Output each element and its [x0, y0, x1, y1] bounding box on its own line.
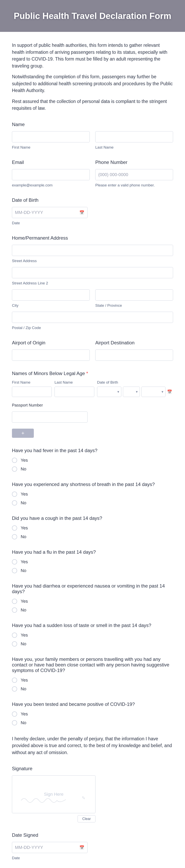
question-positive-label: Have you been tested and became positive… [12, 702, 173, 707]
name-section: Name First Name Last Name [12, 122, 173, 150]
intro-paragraph-3: Rest assured that the collection of pers… [12, 98, 173, 112]
signature-pad[interactable]: Sign Here ✎ [12, 775, 96, 813]
state-sublabel: State / Province [95, 303, 173, 308]
radio-no[interactable] [12, 641, 17, 647]
radio-yes[interactable] [12, 599, 17, 604]
destination-label: Airport Destination [95, 340, 173, 346]
radio-yes[interactable] [12, 559, 17, 564]
street2-sublabel: Street Address Line 2 [12, 281, 173, 285]
minors-header-fn: First Name [12, 380, 52, 384]
radio-yes[interactable] [12, 458, 17, 463]
question-breath-label: Have you experienced any shortness of br… [12, 482, 173, 487]
question-contact-label: Have you, your family members or persons… [12, 656, 173, 673]
intro-paragraph-2: Notwithstanding the completion of this f… [12, 73, 173, 94]
radio-no[interactable] [12, 608, 17, 613]
pencil-icon: ✎ [82, 796, 85, 801]
question-fever-label: Have you had fever in the past 14 days? [12, 448, 173, 453]
intro-paragraph-1: In support of public health authorities,… [12, 42, 173, 69]
last-name-sublabel: Last Name [95, 145, 173, 150]
form-container: Public Health Travel Declaration Form In… [0, 0, 185, 868]
name-label: Name [12, 122, 173, 127]
origin-input[interactable] [12, 349, 90, 361]
minor-day-select[interactable]: ▾ [123, 386, 140, 397]
date-signed-label: Date Signed [12, 832, 173, 838]
minors-label: Names of Minors Below Legal Age * [12, 371, 173, 376]
street2-input[interactable] [12, 267, 173, 278]
minors-header-ln: Last Name [54, 380, 94, 384]
email-sublabel: example@example.com [12, 183, 90, 187]
minor-month-select[interactable]: ▾ [97, 386, 121, 397]
first-name-sublabel: First Name [12, 145, 90, 150]
radio-yes[interactable] [12, 492, 17, 497]
street-sublabel: Street Address [12, 259, 173, 263]
destination-input[interactable] [95, 349, 173, 361]
passport-label: Passport Number [12, 403, 173, 407]
email-input[interactable] [12, 169, 90, 180]
minor-ln-input[interactable] [54, 386, 94, 397]
radio-yes[interactable] [12, 525, 17, 531]
signature-label: Signature [12, 766, 173, 771]
clear-button[interactable]: Clear [78, 815, 96, 823]
phone-label: Phone Number [95, 159, 173, 165]
last-name-input[interactable] [95, 131, 173, 143]
minors-header-dob: Date of Birth [97, 380, 173, 384]
minor-fn-input[interactable] [12, 386, 52, 397]
calendar-icon[interactable]: 📅 [79, 845, 84, 850]
phone-sublabel: Please enter a valid phone number. [95, 183, 173, 187]
minor-year-select[interactable]: ▾ [141, 386, 166, 397]
question-cough-label: Did you have a cough in the past 14 days… [12, 516, 173, 521]
email-label: Email [12, 159, 90, 165]
radio-no[interactable] [12, 686, 17, 691]
header-banner: Public Health Travel Declaration Form [0, 0, 185, 32]
date-signed-input[interactable] [12, 842, 87, 853]
radio-no[interactable] [12, 500, 17, 505]
sign-here-text: Sign Here [44, 792, 64, 797]
dob-label: Date of Birth [12, 197, 173, 203]
phone-input[interactable] [95, 169, 173, 180]
page-title: Public Health Travel Declaration Form [14, 11, 171, 21]
radio-no[interactable] [12, 568, 17, 573]
radio-no[interactable] [12, 466, 17, 472]
calendar-icon[interactable]: 📅 [167, 390, 173, 394]
street-input[interactable] [12, 245, 173, 256]
question-flu-label: Have you had a flu in the past 14 days? [12, 549, 173, 555]
address-label: Home/Permanent Address [12, 235, 173, 241]
dob-sublabel: Date [12, 221, 173, 225]
radio-no[interactable] [12, 534, 17, 539]
passport-input[interactable] [12, 411, 87, 423]
postal-sublabel: Postal / Zip Code [12, 326, 173, 330]
radio-no[interactable] [12, 720, 17, 725]
origin-label: Airport of Origin [12, 340, 90, 346]
city-input[interactable] [12, 289, 90, 301]
radio-yes[interactable] [12, 678, 17, 683]
radio-yes[interactable] [12, 711, 17, 717]
plus-icon: + [21, 430, 24, 436]
question-taste-label: Have you had a sudden loss of taste or s… [12, 623, 173, 628]
radio-yes[interactable] [12, 632, 17, 638]
table-row: ▾ ▾ ▾ 📅 [12, 386, 173, 397]
city-sublabel: City [12, 303, 90, 308]
date-signed-sublabel: Date [12, 856, 173, 860]
question-diarrhea-label: Have you had diarrhea or experienced nau… [12, 583, 173, 594]
postal-input[interactable] [12, 312, 173, 323]
dob-input[interactable] [12, 207, 87, 218]
state-input[interactable] [95, 289, 173, 301]
declaration-text: I hereby declare, under the penalty of p… [12, 735, 173, 756]
calendar-icon[interactable]: 📅 [79, 210, 84, 215]
add-row-button[interactable]: + [12, 429, 34, 438]
first-name-input[interactable] [12, 131, 90, 143]
signature-placeholder-icon [20, 796, 76, 807]
